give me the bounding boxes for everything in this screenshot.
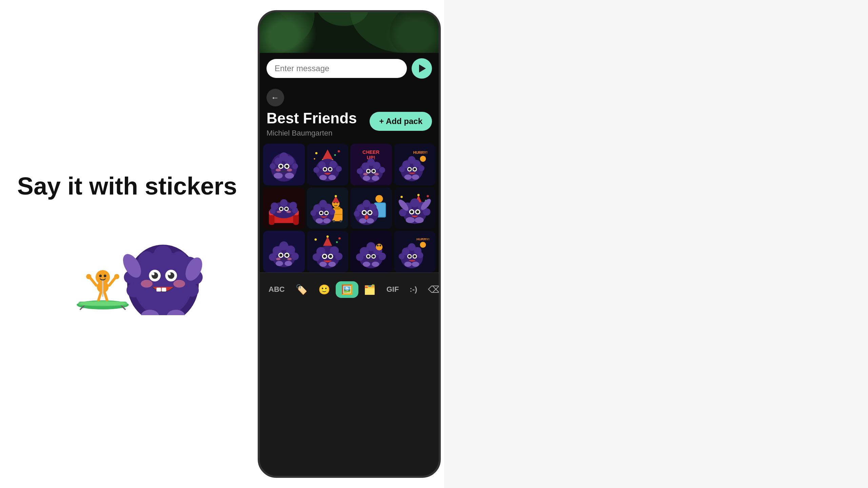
svg-point-237 bbox=[412, 262, 419, 267]
svg-point-240 bbox=[408, 255, 411, 258]
sticker-cell-8[interactable] bbox=[394, 187, 436, 229]
svg-marker-67 bbox=[322, 149, 333, 160]
svg-point-174 bbox=[410, 198, 419, 207]
sticker-cell-10[interactable] bbox=[307, 231, 349, 272]
svg-point-190 bbox=[284, 261, 292, 266]
svg-point-124 bbox=[277, 210, 281, 213]
svg-point-45 bbox=[260, 12, 297, 53]
svg-point-103 bbox=[408, 156, 415, 164]
svg-point-155 bbox=[373, 210, 379, 216]
sticker-cell-9[interactable] bbox=[263, 231, 305, 272]
toolbar-delete[interactable]: ⌫ bbox=[422, 281, 441, 298]
svg-point-78 bbox=[323, 168, 326, 171]
bg-leaves bbox=[260, 12, 439, 53]
toolbar-emoji[interactable]: 🙂 bbox=[313, 281, 336, 298]
toolbar-gif[interactable]: GIF bbox=[381, 282, 405, 297]
svg-point-193 bbox=[279, 254, 282, 257]
svg-point-227 bbox=[372, 255, 375, 258]
sticker-cell-1[interactable] bbox=[263, 144, 305, 185]
sticker-cell-2[interactable] bbox=[307, 144, 349, 185]
svg-rect-41 bbox=[156, 287, 161, 291]
toolbar-gif-label: GIF bbox=[387, 285, 399, 294]
delete-icon: ⌫ bbox=[428, 284, 441, 295]
svg-point-236 bbox=[404, 262, 412, 267]
svg-point-142 bbox=[315, 218, 323, 223]
svg-point-146 bbox=[320, 211, 322, 214]
svg-point-73 bbox=[336, 166, 342, 172]
svg-line-13 bbox=[99, 292, 101, 300]
svg-point-156 bbox=[363, 200, 370, 207]
svg-point-12 bbox=[114, 274, 119, 279]
phone-container: ← Best Friends Michiel Baumgarten + Add … bbox=[254, 0, 444, 488]
svg-point-117 bbox=[270, 208, 276, 214]
sticker-cell-12[interactable]: HURRY! bbox=[394, 231, 436, 272]
svg-point-59 bbox=[279, 165, 282, 168]
svg-point-182 bbox=[416, 210, 419, 213]
svg-point-122 bbox=[280, 207, 283, 210]
svg-point-181 bbox=[410, 210, 413, 213]
svg-point-7 bbox=[99, 274, 102, 277]
toolbar-abc[interactable]: ABC bbox=[263, 282, 290, 297]
svg-point-129 bbox=[333, 220, 335, 222]
svg-point-235 bbox=[408, 243, 415, 251]
svg-point-39 bbox=[141, 280, 153, 287]
headline: Say it with stickers bbox=[4, 173, 251, 200]
svg-point-222 bbox=[377, 245, 379, 247]
svg-marker-200 bbox=[323, 237, 332, 246]
toolbar-sticker-pack[interactable]: 🏷️ bbox=[290, 281, 313, 298]
add-pack-button[interactable]: + Add pack bbox=[370, 112, 432, 131]
svg-point-94 bbox=[363, 173, 368, 176]
sticker-cell-6[interactable] bbox=[307, 187, 349, 229]
send-button[interactable] bbox=[412, 58, 432, 79]
svg-point-163 bbox=[365, 215, 369, 219]
left-panel: Say it with stickers bbox=[0, 0, 254, 488]
svg-point-195 bbox=[276, 258, 280, 260]
back-button[interactable]: ← bbox=[267, 89, 284, 106]
svg-rect-42 bbox=[162, 287, 166, 291]
message-input[interactable] bbox=[267, 59, 407, 78]
right-panel bbox=[444, 0, 868, 488]
bottom-toolbar: ABC 🏷️ 🙂 🖼️ 🗂️ GIF :-) ⌫ bbox=[260, 272, 439, 306]
svg-point-164 bbox=[400, 196, 403, 198]
toolbar-gif-alt[interactable]: 🗂️ bbox=[358, 281, 381, 298]
svg-point-71 bbox=[329, 161, 337, 168]
sticker-cell-5[interactable] bbox=[263, 187, 305, 229]
svg-point-187 bbox=[291, 253, 299, 260]
svg-point-147 bbox=[325, 211, 328, 214]
svg-point-234 bbox=[417, 252, 423, 258]
svg-point-11 bbox=[86, 274, 91, 279]
sticker-cell-4[interactable]: HURRY! bbox=[394, 144, 436, 185]
svg-point-95 bbox=[374, 173, 379, 176]
svg-point-86 bbox=[379, 167, 386, 173]
svg-point-108 bbox=[408, 168, 411, 171]
sticker-cell-7[interactable] bbox=[350, 187, 392, 229]
svg-point-60 bbox=[285, 165, 289, 168]
svg-point-161 bbox=[363, 211, 366, 214]
svg-point-188 bbox=[279, 241, 288, 250]
svg-point-211 bbox=[323, 255, 326, 258]
sticker-illustration bbox=[46, 220, 209, 315]
sticker-cell-3[interactable]: CHEER UP! bbox=[350, 144, 392, 185]
svg-text:HURRY!: HURRY! bbox=[413, 150, 427, 155]
svg-point-198 bbox=[338, 237, 341, 240]
svg-point-194 bbox=[285, 254, 289, 257]
svg-point-216 bbox=[356, 253, 363, 261]
sticker-cell-11[interactable] bbox=[350, 231, 392, 272]
svg-point-212 bbox=[329, 255, 332, 258]
gif-alt-icon: 🗂️ bbox=[364, 284, 376, 295]
svg-point-139 bbox=[310, 210, 316, 216]
svg-point-157 bbox=[359, 218, 367, 223]
svg-point-54 bbox=[279, 152, 288, 161]
svg-point-104 bbox=[404, 175, 412, 180]
svg-point-72 bbox=[313, 167, 319, 173]
pack-title: Best Friends bbox=[267, 110, 357, 127]
svg-point-64 bbox=[338, 150, 340, 152]
svg-point-229 bbox=[420, 242, 426, 248]
toolbar-smileys[interactable]: :-) bbox=[404, 282, 422, 297]
toolbar-sticker[interactable]: 🖼️ bbox=[336, 281, 358, 298]
svg-point-218 bbox=[367, 242, 375, 251]
svg-point-143 bbox=[323, 218, 331, 223]
svg-point-75 bbox=[328, 175, 336, 180]
message-bar bbox=[260, 53, 439, 84]
svg-point-102 bbox=[418, 165, 425, 171]
